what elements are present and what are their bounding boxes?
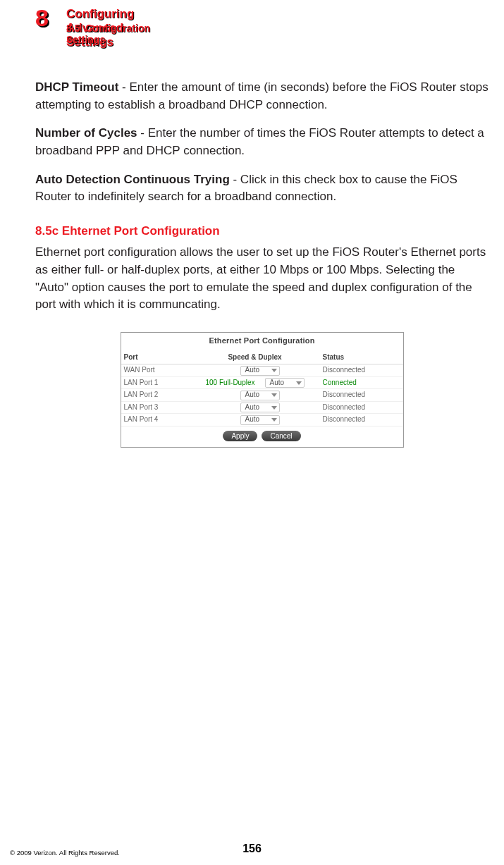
section-number-main: 8.5 — [66, 23, 80, 34]
paragraph-number-of-cycles: Number of Cycles - Enter the number of t… — [35, 125, 488, 159]
speed-cell: Auto — [188, 403, 323, 412]
table-row: LAN Port 2 Auto Disconnected — [121, 389, 403, 402]
chevron-down-icon — [296, 381, 302, 385]
speed-cell: Auto — [188, 366, 323, 376]
paragraph-ethernet-port-config: Ethernet port configuration allows the u… — [35, 244, 488, 314]
lead-number-of-cycles: Number of Cycles — [35, 126, 137, 140]
port-label: LAN Port 3 — [124, 403, 188, 413]
figure-header-row: Port Speed & Duplex Status — [121, 351, 403, 365]
column-header-speed: Speed & Duplex — [188, 352, 323, 363]
chapter-number: 8 8 — [35, 6, 61, 37]
chevron-down-icon — [271, 369, 277, 372]
speed-dropdown[interactable]: Auto — [240, 366, 280, 376]
speed-cell: Auto — [188, 415, 323, 425]
apply-button[interactable]: Apply — [223, 431, 257, 441]
footer: 156 © 2009 Verizon. All Rights Reserved. — [0, 842, 504, 855]
speed-dropdown[interactable]: Auto — [240, 403, 280, 412]
status-label: Disconnected — [323, 415, 400, 425]
table-row: WAN Port Auto Disconnected — [121, 364, 403, 377]
content: DHCP Timeout - Enter the amount of time … — [35, 79, 488, 448]
chapter-number-main: 8 — [35, 6, 49, 30]
chevron-down-icon — [271, 406, 277, 410]
cancel-button[interactable]: Cancel — [262, 431, 300, 441]
chevron-down-icon — [271, 418, 277, 422]
dropdown-value: Auto — [245, 390, 260, 400]
column-header-status: Status — [323, 352, 400, 363]
copyright: © 2009 Verizon. All Rights Reserved. — [10, 849, 120, 857]
status-label: Connected — [323, 378, 400, 388]
chevron-down-icon — [271, 393, 277, 397]
chapter-header: 8 8 Configuring Advanced Settings Config… — [35, 6, 66, 37]
table-row: LAN Port 3 Auto Disconnected — [121, 402, 403, 415]
button-row: Apply Cancel — [121, 427, 403, 447]
status-label: Disconnected — [323, 365, 400, 376]
dropdown-value: Auto — [245, 403, 260, 413]
dropdown-value: Auto — [270, 378, 285, 388]
port-label: WAN Port — [124, 365, 188, 376]
paragraph-dhcp-timeout: DHCP Timeout - Enter the amount of time … — [35, 79, 488, 114]
paragraph-auto-detection: Auto Detection Continuous Trying - Click… — [35, 171, 488, 206]
lead-auto-detection: Auto Detection Continuous Trying — [35, 173, 230, 186]
table-row: LAN Port 1 100 Full-Duplex Auto Connecte… — [121, 377, 403, 390]
section-title-main: 8.5 Configuration Settings — [66, 23, 150, 45]
table-row: LAN Port 4 Auto Disconnected — [121, 414, 403, 427]
ethernet-port-config-figure: Ethernet Port Configuration Port Speed &… — [121, 332, 404, 448]
lead-dhcp-timeout: DHCP Timeout — [35, 80, 118, 94]
port-label: LAN Port 2 — [124, 390, 188, 400]
subheading-ethernet-port-config: 8.5c Ehternet Port Configuration — [35, 223, 488, 240]
link-speed: 100 Full-Duplex — [205, 378, 254, 388]
speed-dropdown[interactable]: Auto — [240, 391, 280, 400]
speed-dropdown[interactable]: Auto — [240, 415, 280, 425]
port-label: LAN Port 1 — [124, 378, 188, 388]
status-label: Disconnected — [323, 403, 400, 413]
speed-dropdown[interactable]: Auto — [265, 378, 305, 388]
page: 8 8 Configuring Advanced Settings Config… — [0, 0, 504, 865]
speed-cell: 100 Full-Duplex Auto — [188, 378, 323, 388]
dropdown-value: Auto — [245, 365, 260, 376]
speed-cell: Auto — [188, 391, 323, 400]
dropdown-value: Auto — [245, 415, 260, 425]
status-label: Disconnected — [323, 390, 400, 400]
column-header-port: Port — [124, 352, 188, 363]
figure-title: Ethernet Port Configuration — [121, 333, 403, 351]
port-label: LAN Port 4 — [124, 415, 188, 425]
